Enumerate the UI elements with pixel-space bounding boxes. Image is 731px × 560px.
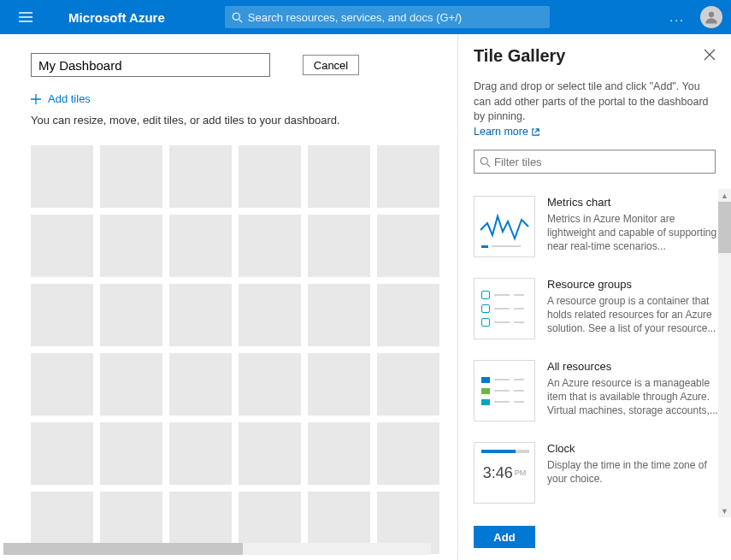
grid-cell[interactable]: [100, 422, 162, 485]
grid-cell[interactable]: [239, 422, 301, 485]
grid-cell[interactable]: [377, 215, 439, 277]
grid-cell[interactable]: [308, 353, 370, 416]
tile-title: Metrics chart: [547, 196, 719, 209]
filter-box[interactable]: [474, 150, 716, 174]
grid-cell[interactable]: [100, 215, 162, 277]
tile-title: All resources: [547, 360, 719, 373]
grid-cell[interactable]: [239, 215, 301, 277]
learn-more-link[interactable]: Learn more: [474, 125, 540, 140]
search-input[interactable]: [248, 11, 543, 24]
grid-cell[interactable]: [169, 422, 232, 485]
grid-cell[interactable]: [308, 284, 370, 346]
tile-item-resource-groups[interactable]: Resource groups A resource group is a co…: [474, 271, 728, 353]
svg-point-0: [233, 13, 239, 20]
grid-cell[interactable]: [308, 215, 370, 277]
grid-cell[interactable]: [308, 422, 370, 485]
close-icon: [704, 49, 716, 61]
grid-cell[interactable]: [31, 145, 93, 208]
global-search[interactable]: [225, 6, 550, 28]
tile-desc: Metrics in Azure Monitor are lightweight…: [547, 212, 719, 254]
grid-cell[interactable]: [169, 353, 232, 416]
tile-gallery-panel: Tile Gallery Drag and drop or select til…: [457, 34, 731, 560]
panel-description: Drag and drop or select tile and click "…: [458, 71, 731, 139]
scrollbar-thumb[interactable]: [718, 202, 731, 253]
resource-groups-icon: [481, 318, 524, 327]
panel-title: Tile Gallery: [474, 46, 565, 66]
grid-cell[interactable]: [169, 215, 232, 277]
filter-search-icon: [480, 156, 491, 168]
grid-cell[interactable]: [100, 353, 162, 416]
horizontal-scrollbar[interactable]: [3, 543, 431, 555]
more-menu[interactable]: ...: [669, 10, 685, 24]
plus-icon: [31, 94, 41, 104]
tile-item-all-resources[interactable]: All resources An Azure resource is a man…: [474, 353, 728, 435]
grid-cell[interactable]: [31, 353, 93, 416]
user-avatar[interactable]: [700, 6, 722, 28]
tile-info: Metrics chart Metrics in Azure Monitor a…: [547, 196, 728, 257]
clock-time: 3:46: [483, 464, 513, 482]
scroll-up-icon[interactable]: ▲: [718, 189, 731, 202]
vertical-scrollbar[interactable]: ▲ ▼: [718, 189, 731, 517]
person-icon: [704, 9, 719, 25]
grid-cell[interactable]: [239, 353, 301, 416]
hamburger-icon: [19, 12, 32, 22]
scroll-down-icon[interactable]: ▼: [718, 504, 731, 517]
tile-thumb-metrics: [474, 196, 535, 257]
grid-cell[interactable]: [31, 284, 93, 346]
tile-thumb-clock: 3:46PM: [474, 442, 535, 504]
tile-info: Clock Display the time in the time zone …: [547, 442, 728, 504]
grid-cell[interactable]: [239, 145, 301, 208]
add-tiles-label: Add tiles: [48, 92, 91, 105]
topbar-right: ...: [669, 6, 722, 28]
grid-cell[interactable]: [377, 353, 439, 416]
tile-info: All resources An Azure resource is a man…: [547, 360, 728, 421]
dashboard-header: Cancel: [31, 53, 457, 77]
grid-cell[interactable]: [169, 284, 232, 346]
grid-cell[interactable]: [31, 215, 93, 277]
grid-cell[interactable]: [377, 145, 439, 208]
grid-cell[interactable]: [169, 145, 232, 208]
tile-item-metrics-chart[interactable]: Metrics chart Metrics in Azure Monitor a…: [474, 189, 728, 271]
tile-title: Clock: [547, 442, 719, 455]
tile-item-clock[interactable]: 3:46PM Clock Display the time in the tim…: [474, 435, 728, 517]
all-resources-icon: [481, 399, 524, 405]
tile-info: Resource groups A resource group is a co…: [547, 278, 728, 339]
cancel-button[interactable]: Cancel: [303, 55, 359, 75]
external-link-icon: [531, 127, 540, 137]
grid-cell[interactable]: [308, 145, 370, 208]
grid-cell[interactable]: [377, 284, 439, 346]
clock-ampm: PM: [515, 469, 527, 477]
add-button[interactable]: Add: [474, 526, 535, 548]
close-panel-button[interactable]: [704, 49, 716, 64]
tile-desc: An Azure resource is a manageable item t…: [547, 376, 719, 418]
main-area: Cancel Add tiles You can resize, move, e…: [0, 34, 731, 560]
brand-label: Microsoft Azure: [68, 10, 165, 25]
tile-thumb-resource-groups: [474, 278, 535, 339]
clock-icon: [516, 450, 529, 453]
tile-thumb-all-resources: [474, 360, 535, 421]
grid-cell[interactable]: [31, 422, 93, 485]
svg-point-1: [709, 12, 714, 17]
filter-input[interactable]: [494, 156, 710, 168]
grid-cell[interactable]: [239, 284, 301, 346]
tile-list: Metrics chart Metrics in Azure Monitor a…: [458, 189, 731, 517]
grid-cell[interactable]: [377, 422, 439, 485]
tile-desc: Display the time in the time zone of you…: [547, 458, 719, 486]
tile-title: Resource groups: [547, 278, 719, 291]
resource-groups-icon: [481, 291, 524, 299]
top-bar: Microsoft Azure ...: [0, 0, 731, 34]
scrollbar-track[interactable]: [718, 202, 731, 504]
add-tiles-link[interactable]: Add tiles: [31, 92, 457, 105]
svg-point-2: [480, 157, 487, 164]
tile-grid[interactable]: [31, 145, 441, 554]
horizontal-scrollbar-thumb[interactable]: [3, 543, 243, 555]
panel-header: Tile Gallery: [458, 34, 731, 71]
grid-cell[interactable]: [100, 284, 162, 346]
tile-desc: A resource group is a container that hol…: [547, 294, 719, 336]
panel-description-text: Drag and drop or select tile and click "…: [474, 80, 709, 122]
dashboard-name-input[interactable]: [31, 53, 270, 77]
grid-cell[interactable]: [100, 145, 162, 208]
menu-toggle[interactable]: [9, 12, 43, 22]
resource-groups-icon: [481, 304, 524, 313]
dashboard-hint: You can resize, move, edit tiles, or add…: [31, 114, 457, 127]
